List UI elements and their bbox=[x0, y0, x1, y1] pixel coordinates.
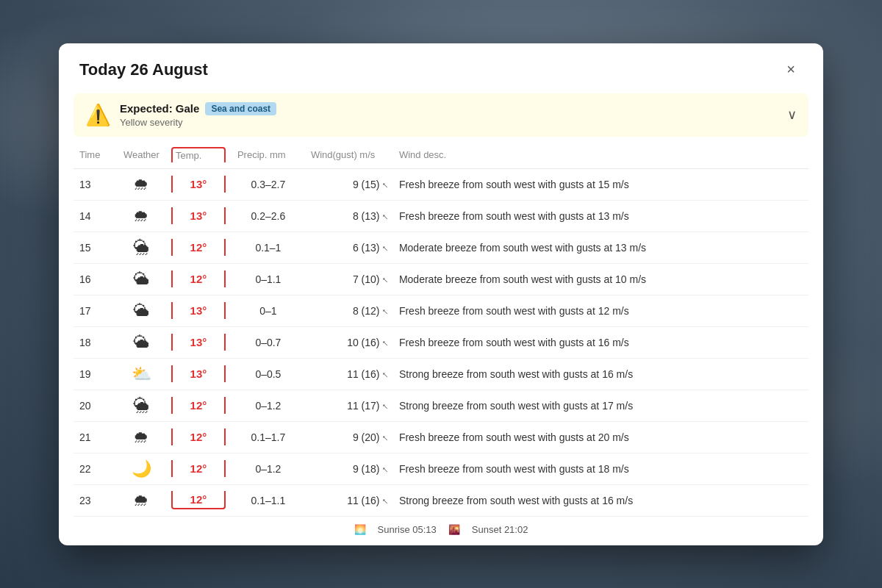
wind-cell: 6 (13) ↑ bbox=[305, 232, 393, 263]
wind-desc-cell: Fresh breeze from south west with gusts … bbox=[393, 453, 808, 484]
weather-icon: 🌦 bbox=[133, 396, 149, 415]
time-cell: 22 bbox=[74, 453, 118, 484]
wind-desc-cell: Moderate breeze from south west with gus… bbox=[393, 232, 808, 263]
temp-cell: 13° bbox=[165, 200, 232, 232]
col-header-time: Time bbox=[74, 143, 118, 169]
col-header-winddesc: Wind desc. bbox=[393, 143, 808, 169]
weather-icon: ⛅ bbox=[132, 365, 151, 384]
wind-cell: 11 (16) ↑ bbox=[305, 484, 393, 516]
precip-cell: 0.1–1.1 bbox=[232, 484, 305, 516]
precip-cell: 0.3–2.7 bbox=[232, 168, 305, 200]
precip-cell: 0–1.2 bbox=[232, 390, 305, 421]
precip-cell: 0–1.2 bbox=[232, 453, 305, 484]
wind-desc-cell: Fresh breeze from south west with gusts … bbox=[393, 295, 808, 326]
time-cell: 21 bbox=[74, 421, 118, 453]
wind-cell: 7 (10) ↑ bbox=[305, 263, 393, 295]
wind-cell: 9 (20) ↑ bbox=[305, 421, 393, 453]
alert-chevron-icon[interactable]: ∨ bbox=[787, 107, 797, 123]
precip-cell: 0.2–2.6 bbox=[232, 200, 305, 232]
table-row: 23 🌧 12° 0.1–1.1 11 (16) ↑ Strong breeze… bbox=[74, 484, 808, 516]
weather-icon-cell: 🌙 bbox=[118, 453, 165, 484]
temp-value: 13° bbox=[171, 365, 226, 382]
precip-cell: 0–0.5 bbox=[232, 358, 305, 390]
weather-icon-cell: 🌦 bbox=[118, 232, 165, 263]
weather-icon: 🌧 bbox=[133, 491, 149, 510]
close-button[interactable]: × bbox=[779, 58, 803, 82]
weather-icon: 🌥 bbox=[133, 333, 149, 352]
precip-cell: 0–1 bbox=[232, 295, 305, 326]
table-row: 16 🌥 12° 0–1.1 7 (10) ↑ Moderate breeze … bbox=[74, 263, 808, 295]
weather-icon-cell: 🌧 bbox=[118, 168, 165, 200]
modal-title: Today 26 August bbox=[79, 60, 208, 79]
temp-value: 13° bbox=[171, 302, 226, 319]
table-row: 19 ⛅ 13° 0–0.5 11 (16) ↑ Strong breeze f… bbox=[74, 358, 808, 390]
temp-value: 12° bbox=[171, 239, 226, 256]
weather-icon: 🌦 bbox=[133, 238, 149, 257]
alert-icon: ⚠️ bbox=[85, 103, 111, 127]
sunrise-sunset-footer: 🌅 Sunrise 05:13 🌇 Sunset 21:02 bbox=[74, 517, 808, 545]
precip-cell: 0–1.1 bbox=[232, 263, 305, 295]
temp-value: 13° bbox=[171, 334, 226, 351]
weather-table: Time Weather Temp. Precip. mm Wind(gust)… bbox=[74, 143, 808, 517]
wind-cell: 10 (16) ↑ bbox=[305, 326, 393, 358]
weather-icon-cell: 🌦 bbox=[118, 390, 165, 421]
temp-cell: 13° bbox=[165, 358, 232, 390]
col-header-wind: Wind(gust) m/s bbox=[305, 143, 393, 169]
wind-cell: 9 (18) ↑ bbox=[305, 453, 393, 484]
time-cell: 18 bbox=[74, 326, 118, 358]
temp-value: 12° bbox=[171, 429, 226, 445]
temp-value: 13° bbox=[171, 207, 226, 224]
sunrise-icon: 🌅 bbox=[354, 524, 366, 535]
alert-banner: ⚠️ Expected: Gale Sea and coast Yellow s… bbox=[74, 93, 808, 137]
alert-subtitle: Yellow severity bbox=[120, 117, 778, 128]
weather-icon-cell: 🌧 bbox=[118, 484, 165, 516]
table-row: 17 🌥 13° 0–1 8 (12) ↑ Fresh breeze from … bbox=[74, 295, 808, 326]
table-row: 13 🌧 13° 0.3–2.7 9 (15) ↑ Fresh breeze f… bbox=[74, 168, 808, 200]
alert-badge[interactable]: Sea and coast bbox=[205, 102, 276, 115]
table-row: 15 🌦 12° 0.1–1 6 (13) ↑ Moderate breeze … bbox=[74, 232, 808, 263]
col-header-precip: Precip. mm bbox=[232, 143, 305, 169]
table-header-row: Time Weather Temp. Precip. mm Wind(gust)… bbox=[74, 143, 808, 169]
wind-desc-cell: Strong breeze from south west with gusts… bbox=[393, 358, 808, 390]
temp-value: 12° bbox=[171, 460, 226, 477]
wind-desc-cell: Fresh breeze from south west with gusts … bbox=[393, 326, 808, 358]
weather-icon-cell: 🌧 bbox=[118, 200, 165, 232]
alert-title-text: Expected: Gale bbox=[120, 102, 199, 115]
table-row: 20 🌦 12° 0–1.2 11 (17) ↑ Strong breeze f… bbox=[74, 390, 808, 421]
time-cell: 20 bbox=[74, 390, 118, 421]
weather-icon: 🌥 bbox=[133, 270, 149, 289]
alert-title: Expected: Gale Sea and coast bbox=[120, 102, 778, 115]
time-cell: 16 bbox=[74, 263, 118, 295]
temp-value: 12° bbox=[171, 397, 226, 414]
weather-icon: 🌧 bbox=[133, 428, 149, 447]
modal-header: Today 26 August × bbox=[59, 43, 823, 93]
weather-table-wrapper: Time Weather Temp. Precip. mm Wind(gust)… bbox=[59, 143, 823, 545]
alert-content: Expected: Gale Sea and coast Yellow seve… bbox=[120, 102, 778, 128]
wind-desc-cell: Moderate breeze from south west with gus… bbox=[393, 263, 808, 295]
time-cell: 17 bbox=[74, 295, 118, 326]
col-header-weather: Weather bbox=[118, 143, 165, 169]
precip-cell: 0–0.7 bbox=[232, 326, 305, 358]
wind-cell: 11 (16) ↑ bbox=[305, 358, 393, 390]
temp-cell: 12° bbox=[165, 263, 232, 295]
temp-value: 12° bbox=[171, 491, 226, 509]
time-cell: 15 bbox=[74, 232, 118, 263]
table-row: 18 🌥 13° 0–0.7 10 (16) ↑ Fresh breeze fr… bbox=[74, 326, 808, 358]
weather-icon-cell: 🌥 bbox=[118, 295, 165, 326]
weather-icon: 🌙 bbox=[132, 459, 151, 478]
sunrise-label: Sunrise 05:13 bbox=[378, 524, 437, 535]
weather-icon: 🌥 bbox=[133, 301, 149, 320]
wind-desc-cell: Strong breeze from south west with gusts… bbox=[393, 484, 808, 516]
time-cell: 14 bbox=[74, 200, 118, 232]
temp-cell: 13° bbox=[165, 295, 232, 326]
weather-icon-cell: ⛅ bbox=[118, 358, 165, 390]
temp-value: 13° bbox=[171, 176, 226, 193]
wind-desc-cell: Fresh breeze from south west with gusts … bbox=[393, 421, 808, 453]
wind-cell: 11 (17) ↑ bbox=[305, 390, 393, 421]
weather-icon: 🌧 bbox=[133, 175, 149, 194]
weather-icon: 🌧 bbox=[133, 207, 149, 226]
temp-cell: 12° bbox=[165, 484, 232, 516]
weather-icon-cell: 🌥 bbox=[118, 263, 165, 295]
temp-cell: 13° bbox=[165, 326, 232, 358]
time-cell: 19 bbox=[74, 358, 118, 390]
